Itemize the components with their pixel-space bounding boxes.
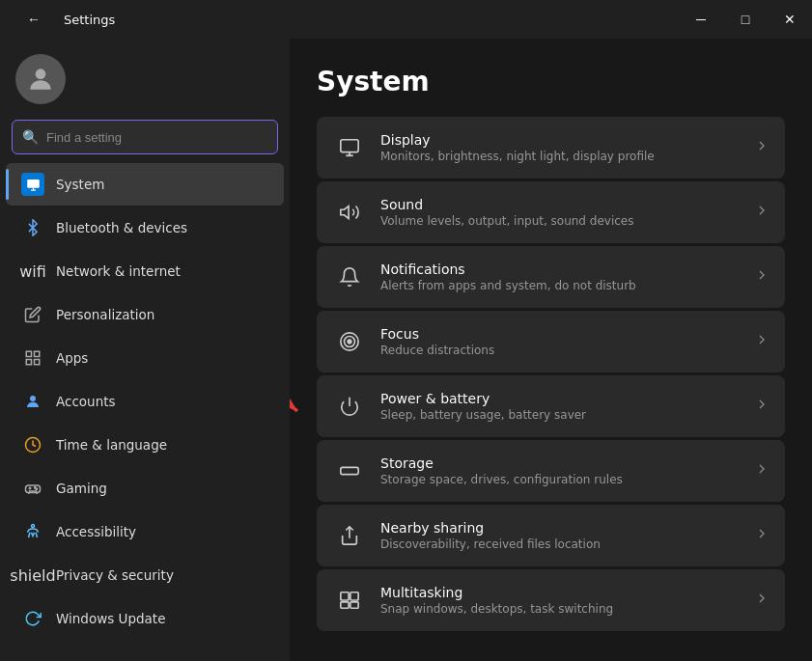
sidebar-item-label-privacy: Privacy & security [56,567,174,583]
sidebar-item-label-update: Windows Update [56,611,165,626]
settings-list: DisplayMonitors, brightness, night light… [317,117,785,631]
settings-item-sound[interactable]: SoundVolume levels, output, input, sound… [317,181,785,243]
sidebar-item-network[interactable]: wifiNetwork & internet [6,250,284,292]
svg-rect-25 [341,467,358,474]
notifications-text: NotificationsAlerts from apps and system… [380,262,754,292]
svg-rect-4 [26,351,31,356]
maximize-button[interactable]: □ [723,4,768,35]
privacy-nav-icon: shield [21,564,44,587]
titlebar: ← Settings ─ □ ✕ [0,0,812,39]
display-title: Display [380,132,754,148]
window-controls: ─ □ ✕ [679,4,812,35]
storage-icon [332,454,367,488]
app-title: Settings [64,13,115,27]
settings-item-display[interactable]: DisplayMonitors, brightness, night light… [317,117,785,179]
main-content: System DisplayMonitors, brightness, nigh… [290,39,812,661]
back-button[interactable]: ← [12,4,56,35]
storage-text: StorageStorage space, drives, configurat… [380,455,754,486]
notifications-title: Notifications [380,262,754,277]
settings-item-focus[interactable]: FocusReduce distractions [317,311,785,372]
power-chevron-icon [754,397,770,416]
nearby-icon [332,518,367,553]
sidebar-item-update[interactable]: Windows Update [6,597,284,640]
svg-rect-7 [35,360,40,365]
page-title: System [317,66,785,97]
close-icon: ✕ [784,12,796,27]
settings-item-power[interactable]: Power & batterySleep, battery usage, bat… [317,375,785,437]
search-box[interactable]: 🔍 [12,120,278,154]
minimize-button[interactable]: ─ [679,4,723,35]
sound-icon [332,195,367,230]
user-section [0,39,290,116]
svg-point-13 [36,488,38,490]
sidebar-item-label-time: Time & language [56,437,167,453]
sidebar-item-bluetooth[interactable]: Bluetooth & devices [6,207,284,249]
power-icon [332,389,367,424]
settings-item-multitasking[interactable]: MultitaskingSnap windows, desktops, task… [317,569,785,631]
sidebar-item-label-apps: Apps [56,350,88,366]
nearby-text: Nearby sharingDiscoverability, received … [380,520,754,551]
svg-rect-29 [350,592,358,600]
svg-point-15 [32,525,35,528]
power-text: Power & batterySleep, battery usage, bat… [380,391,754,422]
sidebar-item-label-network: Network & internet [56,263,181,279]
sidebar-item-label-accessibility: Accessibility [56,524,136,539]
notifications-chevron-icon [754,267,770,287]
power-title: Power & battery [380,391,754,406]
sound-title: Sound [380,197,754,212]
multitasking-text: MultitaskingSnap windows, desktops, task… [380,585,754,616]
personalization-nav-icon [21,303,44,326]
multitasking-title: Multitasking [380,585,754,600]
maximize-icon: □ [742,12,749,27]
search-input[interactable] [46,130,267,145]
multitasking-subtitle: Snap windows, desktops, task switching [380,602,754,616]
sidebar-item-label-personalization: Personalization [56,307,154,322]
sidebar-item-label-bluetooth: Bluetooth & devices [56,220,187,235]
notifications-icon [332,260,367,294]
avatar [15,54,66,104]
display-icon [332,130,367,165]
settings-item-notifications[interactable]: NotificationsAlerts from apps and system… [317,246,785,308]
update-nav-icon [21,607,44,630]
app-body: 🔍 SystemBluetooth & deviceswifiNetwork &… [0,39,812,661]
svg-rect-28 [341,592,349,600]
sidebar-item-accounts[interactable]: Accounts [6,380,284,423]
sound-chevron-icon [754,203,770,222]
multitasking-icon [332,583,367,618]
sidebar-item-time[interactable]: Time & language [6,424,284,466]
user-avatar-icon [25,64,56,95]
sidebar-item-apps[interactable]: Apps [6,337,284,379]
system-nav-icon [21,173,44,196]
power-subtitle: Sleep, battery usage, battery saver [380,408,754,422]
accounts-nav-icon [21,390,44,413]
sound-subtitle: Volume levels, output, input, sound devi… [380,214,754,228]
gaming-nav-icon [21,477,44,500]
nearby-subtitle: Discoverability, received files location [380,537,754,551]
sidebar-item-system[interactable]: System [6,163,284,206]
focus-subtitle: Reduce distractions [380,344,754,357]
sidebar-item-privacy[interactable]: shieldPrivacy & security [6,554,284,596]
nearby-chevron-icon [754,526,770,545]
search-icon: 🔍 [22,129,39,145]
svg-point-0 [36,69,46,79]
settings-item-storage[interactable]: StorageStorage space, drives, configurat… [317,440,785,502]
time-nav-icon [21,433,44,456]
focus-icon [332,324,367,359]
svg-rect-6 [26,360,31,365]
multitasking-chevron-icon [754,591,770,610]
sidebar-item-accessibility[interactable]: Accessibility [6,510,284,553]
focus-chevron-icon [754,332,770,351]
close-button[interactable]: ✕ [768,4,812,35]
focus-text: FocusReduce distractions [380,326,754,357]
apps-nav-icon [21,346,44,370]
sidebar-item-personalization[interactable]: Personalization [6,293,284,336]
sidebar-item-gaming[interactable]: Gaming [6,467,284,510]
display-subtitle: Monitors, brightness, night light, displ… [380,150,754,163]
settings-item-nearby[interactable]: Nearby sharingDiscoverability, received … [317,505,785,566]
svg-rect-16 [341,140,358,152]
svg-point-22 [348,340,351,344]
red-arrow-annotation [290,382,322,430]
display-chevron-icon [754,138,770,157]
titlebar-left: ← Settings [12,4,115,35]
svg-point-8 [30,396,36,401]
